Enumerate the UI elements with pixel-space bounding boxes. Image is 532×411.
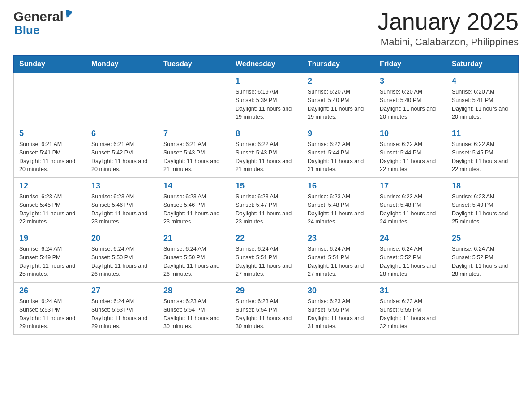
day-info: Sunrise: 6:22 AMSunset: 5:45 PMDaylight:… bbox=[452, 140, 513, 174]
calendar-cell: 12Sunrise: 6:23 AMSunset: 5:45 PMDayligh… bbox=[14, 178, 86, 230]
day-number: 3 bbox=[380, 77, 441, 86]
page-header: General Blue January 2025 Mabini, Calaba… bbox=[13, 9, 519, 48]
day-number: 1 bbox=[236, 77, 296, 86]
day-info: Sunrise: 6:24 AMSunset: 5:52 PMDaylight:… bbox=[452, 245, 513, 278]
calendar-cell: 30Sunrise: 6:23 AMSunset: 5:55 PMDayligh… bbox=[302, 283, 374, 335]
day-number: 5 bbox=[19, 129, 80, 138]
week-row-2: 5Sunrise: 6:21 AMSunset: 5:41 PMDaylight… bbox=[14, 125, 519, 178]
day-info: Sunrise: 6:19 AMSunset: 5:39 PMDaylight:… bbox=[236, 88, 296, 121]
day-info: Sunrise: 6:24 AMSunset: 5:49 PMDaylight:… bbox=[19, 245, 80, 278]
day-info: Sunrise: 6:23 AMSunset: 5:54 PMDaylight:… bbox=[236, 297, 296, 331]
day-number: 15 bbox=[236, 181, 296, 191]
day-number: 12 bbox=[19, 181, 80, 191]
day-number: 19 bbox=[19, 234, 80, 243]
day-info: Sunrise: 6:21 AMSunset: 5:42 PMDaylight:… bbox=[91, 140, 152, 174]
day-number: 16 bbox=[308, 181, 369, 191]
day-info: Sunrise: 6:23 AMSunset: 5:46 PMDaylight:… bbox=[91, 193, 152, 226]
day-number: 8 bbox=[236, 129, 296, 138]
day-number: 30 bbox=[308, 286, 369, 295]
calendar-table: Sunday Monday Tuesday Wednesday Thursday… bbox=[13, 55, 519, 335]
calendar-cell: 18Sunrise: 6:23 AMSunset: 5:49 PMDayligh… bbox=[446, 178, 519, 230]
calendar-cell: 9Sunrise: 6:22 AMSunset: 5:44 PMDaylight… bbox=[302, 125, 374, 178]
calendar-cell: 15Sunrise: 6:23 AMSunset: 5:47 PMDayligh… bbox=[230, 178, 302, 230]
calendar-cell: 23Sunrise: 6:24 AMSunset: 5:51 PMDayligh… bbox=[302, 230, 374, 283]
day-number: 26 bbox=[19, 286, 80, 295]
day-info: Sunrise: 6:20 AMSunset: 5:40 PMDaylight:… bbox=[380, 88, 441, 121]
calendar-cell: 5Sunrise: 6:21 AMSunset: 5:41 PMDaylight… bbox=[14, 125, 86, 178]
day-info: Sunrise: 6:23 AMSunset: 5:47 PMDaylight:… bbox=[236, 193, 296, 226]
day-number: 24 bbox=[380, 234, 441, 243]
calendar-cell: 29Sunrise: 6:23 AMSunset: 5:54 PMDayligh… bbox=[230, 283, 302, 335]
calendar-cell: 22Sunrise: 6:24 AMSunset: 5:51 PMDayligh… bbox=[230, 230, 302, 283]
day-info: Sunrise: 6:24 AMSunset: 5:50 PMDaylight:… bbox=[163, 245, 224, 278]
day-number: 13 bbox=[91, 181, 152, 191]
calendar-cell bbox=[158, 73, 230, 125]
calendar-header-row: Sunday Monday Tuesday Wednesday Thursday… bbox=[14, 56, 519, 73]
calendar-cell: 20Sunrise: 6:24 AMSunset: 5:50 PMDayligh… bbox=[86, 230, 158, 283]
day-info: Sunrise: 6:22 AMSunset: 5:43 PMDaylight:… bbox=[236, 140, 296, 174]
day-number: 14 bbox=[163, 181, 224, 191]
calendar-cell: 14Sunrise: 6:23 AMSunset: 5:46 PMDayligh… bbox=[158, 178, 230, 230]
logo-general-text: General bbox=[13, 9, 64, 24]
header-thursday: Thursday bbox=[302, 56, 374, 73]
header-wednesday: Wednesday bbox=[230, 56, 302, 73]
day-number: 4 bbox=[452, 77, 513, 86]
calendar-cell: 17Sunrise: 6:23 AMSunset: 5:48 PMDayligh… bbox=[374, 178, 446, 230]
calendar-cell: 6Sunrise: 6:21 AMSunset: 5:42 PMDaylight… bbox=[86, 125, 158, 178]
day-info: Sunrise: 6:24 AMSunset: 5:50 PMDaylight:… bbox=[91, 245, 152, 278]
header-sunday: Sunday bbox=[14, 56, 86, 73]
day-info: Sunrise: 6:22 AMSunset: 5:44 PMDaylight:… bbox=[308, 140, 369, 174]
calendar-cell: 11Sunrise: 6:22 AMSunset: 5:45 PMDayligh… bbox=[446, 125, 519, 178]
day-number: 23 bbox=[308, 234, 369, 243]
day-info: Sunrise: 6:20 AMSunset: 5:41 PMDaylight:… bbox=[452, 88, 513, 121]
day-number: 11 bbox=[452, 129, 513, 138]
day-number: 6 bbox=[91, 129, 152, 138]
logo-triangle-icon bbox=[64, 10, 72, 21]
day-info: Sunrise: 6:24 AMSunset: 5:53 PMDaylight:… bbox=[19, 297, 80, 331]
day-info: Sunrise: 6:23 AMSunset: 5:48 PMDaylight:… bbox=[380, 193, 441, 226]
calendar-cell bbox=[14, 73, 86, 125]
day-number: 31 bbox=[380, 286, 441, 295]
day-info: Sunrise: 6:24 AMSunset: 5:51 PMDaylight:… bbox=[308, 245, 369, 278]
week-row-3: 12Sunrise: 6:23 AMSunset: 5:45 PMDayligh… bbox=[14, 178, 519, 230]
day-number: 21 bbox=[163, 234, 224, 243]
header-monday: Monday bbox=[86, 56, 158, 73]
calendar-cell: 31Sunrise: 6:23 AMSunset: 5:55 PMDayligh… bbox=[374, 283, 446, 335]
day-number: 28 bbox=[163, 286, 224, 295]
day-info: Sunrise: 6:23 AMSunset: 5:55 PMDaylight:… bbox=[380, 297, 441, 331]
day-info: Sunrise: 6:23 AMSunset: 5:48 PMDaylight:… bbox=[308, 193, 369, 226]
day-info: Sunrise: 6:24 AMSunset: 5:51 PMDaylight:… bbox=[236, 245, 296, 278]
week-row-5: 26Sunrise: 6:24 AMSunset: 5:53 PMDayligh… bbox=[14, 283, 519, 335]
day-info: Sunrise: 6:23 AMSunset: 5:55 PMDaylight:… bbox=[308, 297, 369, 331]
week-row-1: 1Sunrise: 6:19 AMSunset: 5:39 PMDaylight… bbox=[14, 73, 519, 125]
day-info: Sunrise: 6:23 AMSunset: 5:54 PMDaylight:… bbox=[163, 297, 224, 331]
title-section: January 2025 Mabini, Calabarzon, Philipp… bbox=[378, 9, 519, 48]
calendar-cell: 25Sunrise: 6:24 AMSunset: 5:52 PMDayligh… bbox=[446, 230, 519, 283]
calendar-cell bbox=[446, 283, 519, 335]
calendar-cell bbox=[86, 73, 158, 125]
calendar-cell: 19Sunrise: 6:24 AMSunset: 5:49 PMDayligh… bbox=[14, 230, 86, 283]
calendar-cell: 24Sunrise: 6:24 AMSunset: 5:52 PMDayligh… bbox=[374, 230, 446, 283]
day-number: 22 bbox=[236, 234, 296, 243]
logo-blue-text: Blue bbox=[14, 23, 39, 37]
calendar-cell: 3Sunrise: 6:20 AMSunset: 5:40 PMDaylight… bbox=[374, 73, 446, 125]
day-info: Sunrise: 6:21 AMSunset: 5:41 PMDaylight:… bbox=[19, 140, 80, 174]
calendar-cell: 4Sunrise: 6:20 AMSunset: 5:41 PMDaylight… bbox=[446, 73, 519, 125]
calendar-cell: 27Sunrise: 6:24 AMSunset: 5:53 PMDayligh… bbox=[86, 283, 158, 335]
logo: General Blue bbox=[13, 9, 72, 37]
day-info: Sunrise: 6:24 AMSunset: 5:53 PMDaylight:… bbox=[91, 297, 152, 331]
day-number: 25 bbox=[452, 234, 513, 243]
day-info: Sunrise: 6:23 AMSunset: 5:46 PMDaylight:… bbox=[163, 193, 224, 226]
calendar-cell: 16Sunrise: 6:23 AMSunset: 5:48 PMDayligh… bbox=[302, 178, 374, 230]
day-number: 20 bbox=[91, 234, 152, 243]
month-title: January 2025 bbox=[378, 9, 519, 34]
day-info: Sunrise: 6:22 AMSunset: 5:44 PMDaylight:… bbox=[380, 140, 441, 174]
calendar-cell: 7Sunrise: 6:21 AMSunset: 5:43 PMDaylight… bbox=[158, 125, 230, 178]
calendar-cell: 26Sunrise: 6:24 AMSunset: 5:53 PMDayligh… bbox=[14, 283, 86, 335]
header-friday: Friday bbox=[374, 56, 446, 73]
calendar-cell: 2Sunrise: 6:20 AMSunset: 5:40 PMDaylight… bbox=[302, 73, 374, 125]
week-row-4: 19Sunrise: 6:24 AMSunset: 5:49 PMDayligh… bbox=[14, 230, 519, 283]
calendar-cell: 1Sunrise: 6:19 AMSunset: 5:39 PMDaylight… bbox=[230, 73, 302, 125]
calendar-cell: 10Sunrise: 6:22 AMSunset: 5:44 PMDayligh… bbox=[374, 125, 446, 178]
calendar-cell: 21Sunrise: 6:24 AMSunset: 5:50 PMDayligh… bbox=[158, 230, 230, 283]
